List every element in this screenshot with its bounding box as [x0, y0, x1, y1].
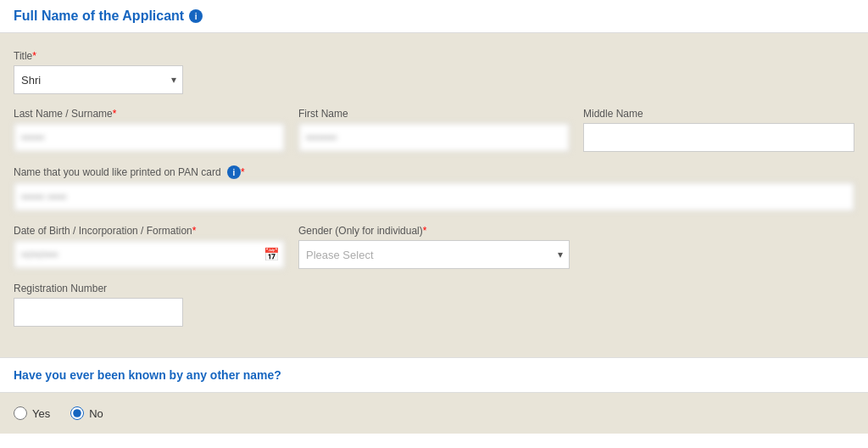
dob-gender-row: Date of Birth / Incorporation / Formatio…	[14, 225, 854, 269]
no-label: No	[89, 407, 103, 420]
yes-label: Yes	[32, 407, 50, 420]
gender-group: Gender (Only for individual)* Please Sel…	[298, 225, 570, 269]
other-name-title: Have you ever been known by any other na…	[14, 368, 854, 382]
dob-label: Date of Birth / Incorporation / Formatio…	[14, 225, 285, 237]
no-radio-label[interactable]: No	[70, 406, 103, 420]
pan-name-row: Name that you would like printed on PAN …	[14, 165, 854, 211]
title-label: Title*	[14, 50, 183, 62]
title-select-wrapper[interactable]: Shri Smt Kumari Mr Mrs Ms Dr Prof ▾	[14, 65, 183, 94]
last-name-input[interactable]	[14, 123, 285, 152]
gender-label: Gender (Only for individual)*	[298, 225, 570, 237]
dob-input[interactable]	[14, 240, 285, 269]
first-name-group: First Name	[298, 108, 570, 152]
pan-name-label: Name that you would like printed on PAN …	[14, 165, 854, 179]
title-select[interactable]: Shri Smt Kumari Mr Mrs Ms Dr Prof	[14, 65, 183, 94]
other-name-radio-group: Yes No	[14, 406, 854, 420]
last-name-group: Last Name / Surname*	[14, 108, 285, 152]
gender-select[interactable]: Please Select Male Female Transgender	[298, 240, 570, 269]
yes-radio-label[interactable]: Yes	[14, 406, 50, 420]
registration-label: Registration Number	[14, 283, 183, 294]
names-row: Last Name / Surname* First Name Middle N…	[14, 108, 854, 152]
first-name-label: First Name	[298, 108, 570, 120]
title-row: Title* Shri Smt Kumari Mr Mrs Ms Dr Prof…	[14, 50, 854, 94]
middle-name-label: Middle Name	[583, 108, 854, 120]
calendar-icon[interactable]: 📅	[264, 247, 280, 262]
middle-name-group: Middle Name	[583, 108, 854, 152]
other-name-header: Have you ever been known by any other na…	[0, 357, 868, 393]
yes-radio[interactable]	[14, 406, 27, 420]
info-icon[interactable]: i	[189, 9, 203, 23]
pan-name-group: Name that you would like printed on PAN …	[14, 165, 854, 211]
registration-input[interactable]	[14, 298, 183, 327]
last-name-label: Last Name / Surname*	[14, 108, 285, 120]
section-title-text: Full Name of the Applicant	[14, 8, 184, 24]
applicant-form-section: Title* Shri Smt Kumari Mr Mrs Ms Dr Prof…	[0, 33, 868, 357]
middle-name-input[interactable]	[583, 123, 854, 152]
full-name-title: Full Name of the Applicant i	[14, 8, 854, 24]
dob-input-wrapper: 📅	[14, 240, 285, 269]
pan-name-input[interactable]	[14, 182, 854, 211]
gender-select-wrapper[interactable]: Please Select Male Female Transgender ▾	[298, 240, 570, 269]
first-name-input[interactable]	[298, 123, 570, 152]
no-radio[interactable]	[70, 406, 84, 420]
title-group: Title* Shri Smt Kumari Mr Mrs Ms Dr Prof…	[14, 50, 183, 94]
registration-row: Registration Number	[14, 283, 854, 327]
dob-group: Date of Birth / Incorporation / Formatio…	[14, 225, 285, 269]
other-name-form: Yes No	[0, 393, 868, 434]
page-wrapper: Full Name of the Applicant i Title* Shri…	[0, 0, 868, 448]
full-name-section-header: Full Name of the Applicant i	[0, 0, 868, 33]
pan-info-icon[interactable]: i	[227, 165, 241, 179]
registration-group: Registration Number	[14, 283, 183, 327]
